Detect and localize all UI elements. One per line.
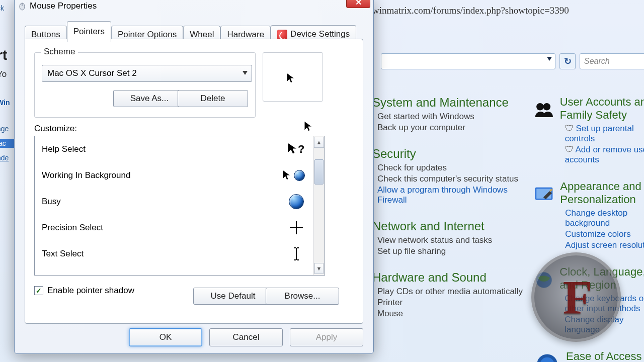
cp-link[interactable]: Change display language [565,315,644,335]
list-item[interactable]: Text Select [35,241,313,267]
cursor-name: Text Select [42,249,84,259]
chevron-down-icon [243,71,248,75]
list-item[interactable]: Precision Select [35,215,313,241]
cp-link[interactable]: Mouse [377,309,528,319]
close-icon: ✕ [355,0,362,7]
cancel-button[interactable]: Cancel [209,328,283,346]
scroll-up-button[interactable]: ▲ [314,137,324,148]
search-input[interactable]: Search [580,53,644,69]
enable-shadow-row[interactable]: ✓ Enable pointer shadow [34,286,134,296]
close-button[interactable]: ✕ [346,0,370,8]
cp-link[interactable]: Play CDs or other media automatically [377,287,528,297]
cp-link[interactable]: 🛡 Add or remove user accounts [565,145,644,165]
enable-shadow-checkbox[interactable]: ✓ [34,286,43,295]
toolbar-search-area: ↻ Search [381,53,644,69]
cursor-name: Working In Background [42,170,130,180]
cursor-list-viewport: Help Select ? Working In Background Busy [35,136,313,275]
preview-cursor-icon [286,72,296,86]
cp-link[interactable]: Set up file sharing [377,246,528,256]
scheme-value: Mac OS X Cursor Set 2 [47,68,137,78]
title-bar[interactable]: Mouse Properties [15,0,373,15]
busy-icon [286,192,306,212]
left-partial-strip: ckrt Yo Win age ac nde [0,0,14,362]
cp-heading-accounts[interactable]: User Accounts and Family Safety [560,96,644,122]
globe-icon [533,265,554,295]
appearance-icon [533,180,555,209]
precision-select-icon [286,218,306,238]
mouse-properties-dialog: Mouse Properties ✕ Buttons Pointers Poin… [14,0,374,354]
svg-text:?: ? [298,143,304,155]
list-item[interactable]: Help Select ? [35,136,313,162]
scroll-thumb[interactable] [314,159,324,185]
refresh-button[interactable]: ↻ [559,53,576,69]
control-panel-column-2: User Accounts and Family Safety 🛡 Set up… [533,96,644,362]
cp-link[interactable]: Customize colors [565,229,644,239]
cp-link[interactable]: Check this computer's security status [377,174,528,184]
cp-link[interactable]: Check for updates [377,163,528,173]
cp-link[interactable]: Back up your computer [377,123,528,133]
cp-link[interactable]: Change keyboards or other input methods [565,294,644,314]
cp-heading-security[interactable]: Security [372,147,528,161]
cursor-name: Precision Select [42,223,103,233]
cp-heading-network[interactable]: Network and Internet [372,219,528,233]
cp-heading-appearance[interactable]: Appearance and Personalization [560,180,644,206]
users-icon [533,96,555,125]
cp-link[interactable]: Adjust screen resolution [565,240,644,250]
tab-page-pointers: Scheme Mac OS X Cursor Set 2 Save As... … [25,39,363,324]
cp-link[interactable]: Printer [377,298,528,308]
control-panel-column-1: System and Maintenance Get started with … [372,96,528,333]
list-item[interactable]: Working In Background [35,162,313,189]
use-default-button[interactable]: Use Default [193,288,273,305]
save-as-button[interactable]: Save As... [113,90,186,107]
cp-link[interactable]: Change desktop background [565,208,644,228]
scheme-dropdown[interactable]: Mac OS X Cursor Set 2 [42,65,252,82]
cp-heading-system[interactable]: System and Maintenance [372,96,528,110]
dialog-title: Mouse Properties [30,1,97,11]
ease-icon [533,350,561,362]
scroll-down-button[interactable]: ▼ [314,263,324,274]
svg-point-0 [536,103,544,111]
cp-link[interactable]: 🛡 Set up parental controls [565,124,644,144]
list-scrollbar[interactable]: ▲ ▼ [313,136,325,275]
stray-cursor-icon [303,120,313,135]
chevron-down-icon [547,57,552,61]
cp-link[interactable]: Allow a program through Windows Firewall [377,185,528,205]
dialog-button-row: OK Cancel Apply [15,324,373,350]
address-bar-fragment: winmatrix.com/forums/index.php?showtopic… [372,5,569,16]
svg-point-1 [543,103,550,111]
tab-pointers[interactable]: Pointers [67,21,111,42]
cp-heading-hardware[interactable]: Hardware and Sound [372,270,528,285]
cursor-name: Help Select [42,144,86,154]
mouse-icon [18,2,27,11]
cp-heading-clock[interactable]: Clock, Language, and Region [559,265,644,292]
customize-label: Customize: [34,124,77,134]
cp-heading-ease[interactable]: Ease of Access [566,350,644,362]
scheme-groupbox: Scheme Mac OS X Cursor Set 2 Save As... … [34,52,256,118]
working-background-icon [280,165,306,186]
cursor-listbox[interactable]: Help Select ? Working In Background Busy [34,136,325,276]
enable-shadow-label: Enable pointer shadow [47,286,134,296]
ok-button[interactable]: OK [129,328,202,346]
cp-link[interactable]: Get started with Windows [377,112,528,122]
cp-link[interactable]: View network status and tasks [377,235,528,245]
delete-button[interactable]: Delete [178,90,248,107]
scheme-label: Scheme [41,47,78,57]
synaptics-icon [277,30,287,40]
list-item[interactable]: Busy [35,189,313,215]
cursor-name: Busy [42,197,61,207]
browse-button[interactable]: Browse... [266,288,339,305]
apply-button[interactable]: Apply [290,328,363,346]
text-select-icon [286,244,306,264]
path-dropdown[interactable] [381,53,555,69]
help-select-icon: ? [286,139,306,159]
